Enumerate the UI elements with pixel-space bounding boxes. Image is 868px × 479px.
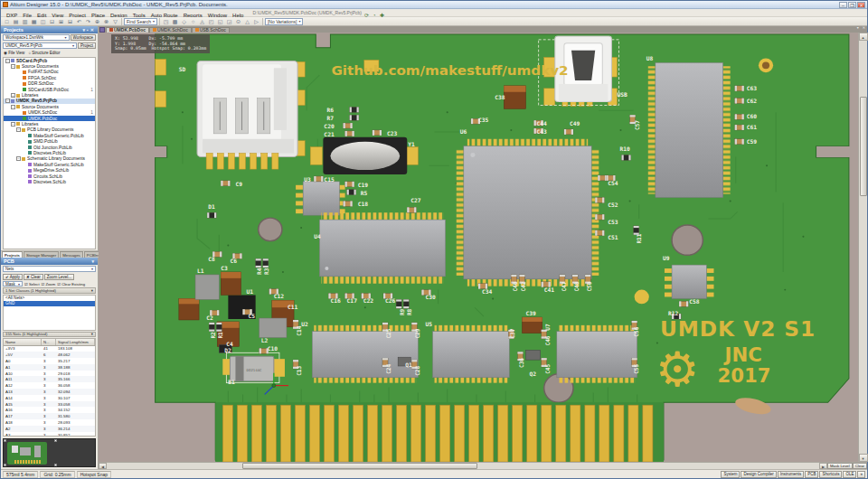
tree-expander-icon[interactable]: + — [11, 93, 15, 98]
zoom-in-icon[interactable]: ⊞ — [57, 18, 65, 25]
nets-column-header[interactable]: N... — [42, 339, 56, 345]
save-icon[interactable]: ▥ — [21, 18, 29, 25]
net-row[interactable]: A3330.852 — [4, 432, 95, 436]
tree-expander-icon[interactable]: − — [5, 59, 10, 63]
vertical-scroll-thumb[interactable] — [860, 97, 867, 196]
tab-list-icon[interactable]: ▾ — [855, 25, 861, 30]
via-icon[interactable]: ○ — [189, 18, 197, 25]
tree-item-discretes-schlib[interactable]: Discretes.SchLib — [4, 179, 95, 184]
net-row[interactable]: A11335.166 — [4, 376, 95, 382]
scroll-up-icon[interactable]: ▲ — [859, 33, 868, 41]
drc-icon[interactable]: ⊙ — [234, 18, 242, 25]
tree-expander-icon[interactable]: − — [11, 105, 15, 109]
close-button[interactable]: ✕ — [857, 2, 865, 8]
workspace-combo[interactable]: Workspace1.DsnWrk ▾ — [3, 34, 70, 41]
route-icon[interactable]: ◇ — [180, 18, 188, 25]
project-combo[interactable]: UMDK_Rev5.PrjPcb ▾ — [3, 42, 77, 49]
horizontal-scroll-thumb[interactable] — [242, 463, 477, 469]
net-row[interactable]: A15333.058 — [4, 401, 95, 408]
structure-editor-radio[interactable]: ○ Structure Editor — [28, 51, 60, 55]
select-checkbox[interactable]: ☑ Select — [24, 282, 40, 286]
panel-button-ole[interactable]: OLE — [843, 471, 856, 478]
grid-icon[interactable]: ▩ — [171, 18, 179, 25]
net-row[interactable]: A18328.093 — [4, 419, 95, 426]
cross-probe-icon[interactable]: ⊕ — [93, 18, 101, 25]
project-button[interactable]: Project — [78, 42, 96, 49]
board-view-icon[interactable]: ◳ — [162, 18, 170, 25]
pcb-3d-canvas[interactable]: DO214AC Github.com/makestuff/umdkv — [99, 33, 858, 462]
net-class-row[interactable]: GND — [4, 301, 95, 306]
tree-item-schematic-library-documents[interactable]: −Schematic Library Documents — [4, 156, 95, 162]
redo-icon[interactable]: ↷ — [84, 18, 92, 25]
tab-close-icon[interactable]: ✕ — [861, 25, 867, 30]
pcb-mode-combo[interactable]: Nets▾ — [3, 266, 96, 272]
minimize-button[interactable]: – — [839, 2, 847, 8]
zoom-fit-icon[interactable]: ⊡ — [48, 18, 56, 25]
refdes-c42: C42 — [520, 281, 526, 291]
tree-expander-icon[interactable]: − — [5, 99, 10, 103]
net-row[interactable]: A13332.094 — [4, 389, 95, 395]
dock-tab-messages[interactable]: Messages — [60, 251, 83, 258]
net-row[interactable]: A0335.217 — [4, 358, 95, 364]
variant-combo[interactable]: [No Variations] ▾ — [265, 18, 303, 25]
cut-icon[interactable]: ⊗ — [102, 18, 110, 25]
clear-button[interactable]: ✘ Clear — [24, 274, 43, 280]
tree-expander-icon[interactable]: − — [11, 64, 15, 69]
layer-icon[interactable]: △ — [243, 18, 251, 25]
undo-icon[interactable]: ↶ — [75, 18, 83, 25]
align-icon[interactable]: ◱ — [216, 18, 224, 25]
pad-icon[interactable]: ◬ — [198, 18, 206, 25]
net-row[interactable]: A17331.580 — [4, 413, 95, 419]
board-preview[interactable] — [3, 438, 96, 467]
scroll-down-icon[interactable]: ▼ — [859, 454, 868, 462]
dock-tab-projects[interactable]: Projects — [2, 251, 23, 258]
clear-mask-button[interactable]: Clear — [853, 463, 867, 469]
tree-expander-icon[interactable]: − — [16, 127, 21, 132]
net-row[interactable]: +5V648.062 — [4, 352, 95, 358]
zoom-level-button[interactable]: Zoom Level... — [44, 274, 74, 280]
net-row[interactable]: A16334.152 — [4, 407, 95, 413]
tree-expander-icon[interactable]: − — [11, 122, 15, 127]
move-icon[interactable]: ◰ — [207, 18, 215, 25]
panel-button-instruments[interactable]: Instruments — [778, 471, 805, 478]
net-row[interactable]: A2336.214 — [4, 426, 95, 432]
net-row[interactable]: A10329.018 — [4, 371, 95, 377]
file-view-radio[interactable]: ◉ File View — [4, 51, 24, 55]
mask-level-button[interactable]: Mask Level — [827, 463, 853, 469]
clear-existing-checkbox[interactable]: ☑ Clear Existing — [57, 282, 85, 286]
filter-icon[interactable]: ▽ — [111, 18, 119, 25]
panel-button-pcb[interactable]: PCB — [805, 471, 818, 478]
scroll-left-icon[interactable]: ◀ — [99, 463, 107, 469]
panel-button-shortcuts[interactable]: Shortcuts — [819, 471, 842, 478]
net-row[interactable]: +3V341183.108 — [4, 346, 95, 352]
scroll-right-icon[interactable]: ▶ — [819, 463, 827, 469]
rotate-icon[interactable]: ◲ — [225, 18, 233, 25]
search-combo[interactable]: Find Search ▾ — [124, 18, 157, 25]
mask-combo[interactable]: Mask▾ — [3, 281, 23, 286]
zoom-checkbox[interactable]: ☑ Zoom — [42, 282, 56, 286]
print-icon[interactable]: ▦ — [30, 18, 38, 25]
nets-column-header[interactable]: Signal Length/mm — [56, 339, 95, 345]
smd-capacitor — [345, 131, 354, 136]
open-icon[interactable]: ▤ — [12, 18, 20, 25]
net-row[interactable]: A12336.058 — [4, 382, 95, 389]
dock-tab-storage-manager[interactable]: Storage Manager — [24, 251, 59, 258]
apply-button[interactable]: ✔ Apply — [3, 274, 23, 280]
panel-button-system[interactable]: System — [721, 471, 740, 478]
zoom-out-icon[interactable]: ⊟ — [66, 18, 74, 25]
workspace-button[interactable]: Workspace — [71, 34, 96, 41]
horizontal-scrollbar[interactable]: ◀ ▶ Mask Level Clear — [99, 462, 867, 469]
net-row[interactable]: A14330.107 — [4, 395, 95, 401]
net-row[interactable]: A1338.188 — [4, 364, 95, 371]
panel-close-icon[interactable]: ✕ — [90, 27, 95, 33]
maximize-button[interactable]: ❐ — [848, 2, 856, 8]
vertical-scrollbar[interactable]: ▲ ▼ — [858, 33, 867, 462]
run-icon[interactable]: ▷ — [252, 18, 260, 25]
panel-menu-icon[interactable]: ▾ — [90, 258, 95, 264]
panel-button-design-compiler[interactable]: Design Compiler — [741, 471, 776, 478]
new-document-icon[interactable]: □ — [3, 18, 11, 25]
panel-button-»[interactable]: » — [857, 471, 865, 478]
nets-column-header[interactable]: Name — [4, 339, 42, 345]
tree-expander-icon[interactable]: − — [16, 156, 21, 161]
print-preview-icon[interactable]: ◫ — [39, 18, 47, 25]
